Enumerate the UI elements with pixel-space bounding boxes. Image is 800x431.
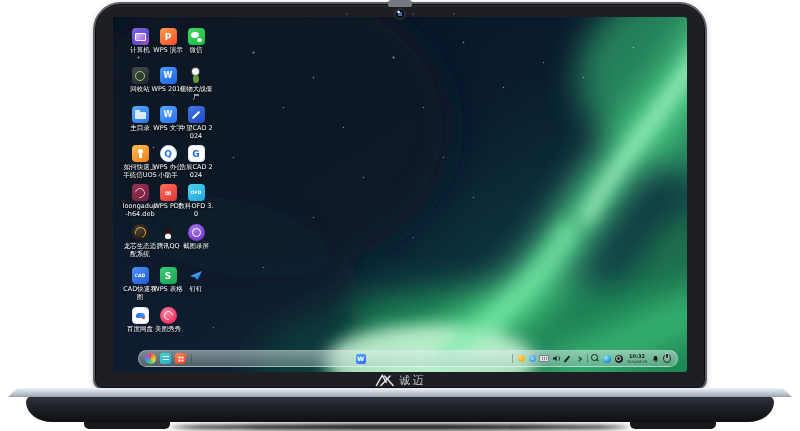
screen: 计算机WPS 演示微信回收站WPS 2019植物大战僵尸主目录WPS 文字中望C… bbox=[113, 17, 687, 372]
tray-divider-right bbox=[585, 350, 589, 367]
desktop-icon-gstarcad[interactable]: 浩辰CAD 2024 bbox=[181, 145, 211, 179]
app-store-icon[interactable] bbox=[174, 351, 187, 366]
deb-package-icon bbox=[132, 184, 149, 201]
gstarcad-icon bbox=[188, 145, 205, 162]
cad-viewer-icon bbox=[132, 267, 149, 284]
uos-guide-icon bbox=[132, 145, 149, 162]
taskbar-clock[interactable]: 10:322024/06/28 bbox=[625, 350, 649, 367]
wechat-icon bbox=[188, 28, 205, 45]
camera-tab bbox=[388, 0, 412, 7]
clock-time: 10:32 bbox=[629, 354, 645, 360]
wps-writer-icon bbox=[160, 106, 177, 123]
browser-globe-icon[interactable] bbox=[602, 350, 612, 367]
desktop-icon-label: 微信 bbox=[178, 47, 214, 55]
desktop-icon-meitu[interactable]: 美图秀秀 bbox=[153, 307, 183, 334]
ofd-icon bbox=[188, 184, 205, 201]
running-app-icon[interactable] bbox=[354, 351, 367, 366]
taskbar-divider bbox=[189, 351, 194, 366]
desktop-icon-label: 截图录屏 bbox=[178, 243, 214, 251]
clock-date: 2024/06/28 bbox=[627, 360, 648, 364]
desktop-icon-zwcad[interactable]: 中望CAD 2024 bbox=[181, 106, 211, 140]
dingtalk-icon bbox=[188, 267, 205, 284]
desktop-icon-deb-package[interactable]: loongadup-h64.deb bbox=[125, 184, 155, 218]
search-icon[interactable] bbox=[591, 350, 601, 367]
webcam-icon bbox=[394, 8, 406, 20]
baidu-netdisk-icon bbox=[132, 307, 149, 324]
stylus-icon[interactable] bbox=[562, 350, 572, 367]
laptop-base bbox=[26, 396, 774, 422]
desktop-icon-screen-capture[interactable]: 截图录屏 bbox=[181, 224, 211, 251]
brand-text: 诚迈 bbox=[400, 373, 426, 388]
pvz-icon bbox=[188, 67, 205, 84]
launcher-icon[interactable] bbox=[144, 351, 157, 366]
desktop-icon-ofd[interactable]: 数科OFD 3.0 bbox=[181, 184, 211, 218]
qq-icon bbox=[160, 224, 177, 241]
taskbar-pinned bbox=[144, 351, 194, 366]
desktop-icon-grid: 计算机WPS 演示微信回收站WPS 2019植物大战僵尸主目录WPS 文字中望C… bbox=[113, 17, 687, 372]
screen-capture-icon bbox=[188, 224, 205, 241]
wps-presentation-icon bbox=[160, 28, 177, 45]
desktop-icon-label: 数科OFD 3.0 bbox=[178, 203, 214, 218]
assistant-yellow-icon[interactable] bbox=[516, 350, 526, 367]
wps-spreadsheet-icon bbox=[160, 267, 177, 284]
messenger-blue-icon[interactable] bbox=[528, 350, 538, 367]
desktop-icon-label: 浩辰CAD 2024 bbox=[178, 164, 214, 179]
wps-2019-icon bbox=[160, 67, 177, 84]
desktop-icon-loongson-eco[interactable]: 龙芯生态适配系统 bbox=[125, 224, 155, 258]
taskbar-running bbox=[354, 351, 367, 366]
tray-divider-left bbox=[511, 350, 515, 367]
home-dir-icon bbox=[132, 106, 149, 123]
input-method-icon[interactable] bbox=[539, 350, 549, 367]
desktop-icon-pvz[interactable]: 植物大战僵尸 bbox=[181, 67, 211, 101]
notification-bell-icon[interactable] bbox=[651, 350, 661, 367]
desktop-icon-dingtalk[interactable]: 钉钉 bbox=[181, 267, 211, 294]
recycle-bin-icon bbox=[132, 67, 149, 84]
desktop-icon-label: 钉钉 bbox=[178, 286, 214, 294]
zwcad-icon bbox=[188, 106, 205, 123]
laptop-product-shot: 计算机WPS 演示微信回收站WPS 2019植物大战僵尸主目录WPS 文字中望C… bbox=[0, 0, 800, 431]
desktop-icon-wechat[interactable]: 微信 bbox=[181, 28, 211, 55]
desktop-icon-label: 美图秀秀 bbox=[150, 326, 186, 334]
system-tray: 10:322024/06/28 bbox=[511, 350, 673, 367]
volume-icon[interactable] bbox=[551, 350, 561, 367]
taskbar[interactable]: 10:322024/06/28 bbox=[138, 350, 678, 367]
desktop-icon-cad-viewer[interactable]: CAD快速看图 bbox=[125, 267, 155, 301]
mic-dot-icon bbox=[412, 13, 414, 15]
power-icon[interactable] bbox=[662, 350, 672, 367]
tray-expand-chevron-icon[interactable] bbox=[574, 350, 584, 367]
loongson-eco-icon bbox=[132, 224, 149, 241]
base-shadow bbox=[170, 424, 630, 430]
bottom-bezel: 诚迈 bbox=[93, 371, 707, 390]
brand-mark-icon bbox=[375, 374, 395, 387]
screen-record-icon[interactable] bbox=[614, 350, 624, 367]
wps-assistant-icon bbox=[160, 145, 177, 162]
mic-dot-icon bbox=[346, 13, 348, 15]
wps-pdf-icon bbox=[160, 184, 177, 201]
mic-dot-icon bbox=[453, 13, 455, 15]
meitu-icon bbox=[160, 307, 177, 324]
computer-icon bbox=[132, 28, 149, 45]
keyboard-deck bbox=[8, 388, 792, 397]
desktop-icon-label: 植物大战僵尸 bbox=[178, 86, 214, 101]
desktop-icon-label: 中望CAD 2024 bbox=[178, 125, 214, 140]
file-manager-icon[interactable] bbox=[159, 351, 172, 366]
